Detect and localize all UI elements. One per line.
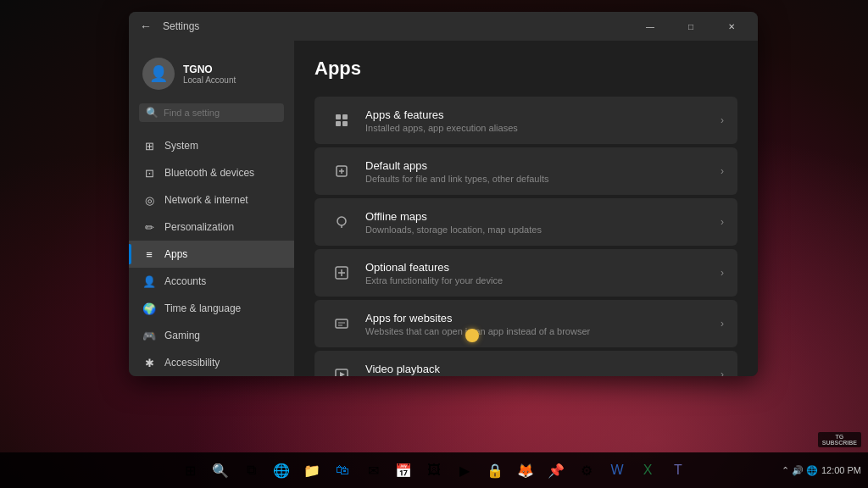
sidebar-item-system[interactable]: ⊞ System (129, 132, 294, 159)
avatar-icon: 👤 (149, 64, 168, 83)
setting-item-video_playback[interactable]: Video playback Video adjustments, HDR st… (314, 351, 737, 376)
taskbar-firefox[interactable]: 🦊 (512, 457, 539, 484)
setting-text-default_apps: Default apps Defaults for file and link … (365, 159, 721, 184)
page-title: Apps (314, 58, 737, 80)
close-icon: ✕ (728, 22, 735, 31)
setting-text-optional_features: Optional features Extra functionality fo… (365, 261, 721, 286)
taskbar-pin1[interactable]: 📌 (542, 457, 570, 484)
main-content: Apps Apps & features Installed apps, app… (294, 41, 758, 376)
taskbar-photos[interactable]: 🖼 (420, 457, 448, 484)
minimize-icon: — (646, 22, 654, 31)
setting-name-offline_maps: Offline maps (365, 210, 721, 223)
settings-list: Apps & features Installed apps, app exec… (314, 97, 737, 376)
gaming-icon: 🎮 (142, 329, 156, 342)
search-input[interactable] (164, 108, 281, 118)
sidebar-item-label: Gaming (164, 330, 200, 341)
sidebar-item-label: Network & internet (164, 194, 248, 206)
setting-name-apps_websites: Apps for websites (365, 312, 721, 324)
taskbar-taskview[interactable]: ⧉ (237, 457, 264, 484)
content-area: 👤 TGNO Local Account 🔍 ⊞ System ⊡ Blueto… (129, 41, 758, 376)
chevron-right-icon: › (721, 369, 724, 376)
sidebar-item-label: Accounts (164, 275, 206, 287)
window-controls: — □ ✕ (631, 12, 751, 41)
sidebar-item-accessibility[interactable]: ✱ Accessibility (129, 349, 294, 376)
sidebar-item-label: Personalization (164, 221, 234, 233)
taskbar-explorer[interactable]: 📁 (298, 457, 326, 484)
setting-item-apps_features[interactable]: Apps & features Installed apps, app exec… (314, 97, 737, 144)
sidebar-item-bluetooth[interactable]: ⊡ Bluetooth & devices (129, 159, 294, 186)
setting-item-offline_maps[interactable]: Offline maps Downloads, storage location… (314, 198, 737, 246)
taskbar-edge[interactable]: 🌐 (268, 457, 295, 484)
setting-desc-default_apps: Defaults for file and link types, other … (365, 174, 721, 184)
network-icon: ◎ (142, 193, 156, 207)
sidebar-item-label: Apps (164, 248, 187, 260)
offline_maps-icon (328, 208, 355, 236)
taskbar-mail[interactable]: ✉ (359, 457, 387, 484)
video_playback-icon (328, 361, 355, 376)
sidebar-item-personalization[interactable]: ✏ Personalization (129, 214, 294, 241)
sidebar-item-accounts[interactable]: 👤 Accounts (129, 268, 294, 295)
setting-item-apps_websites[interactable]: Apps for websites Websites that can open… (314, 300, 737, 347)
back-icon: ← (140, 19, 152, 33)
subscribe-label: SUBSCRIBE (822, 440, 857, 446)
taskbar-media[interactable]: ▶ (451, 457, 478, 484)
apps-icon: ≡ (142, 247, 156, 261)
svg-marker-9 (340, 372, 345, 376)
user-profile[interactable]: 👤 TGNO Local Account (129, 51, 294, 103)
setting-desc-apps_websites: Websites that can open in an app instead… (365, 326, 721, 336)
avatar: 👤 (142, 58, 175, 90)
setting-desc-offline_maps: Downloads, storage location, map updates (365, 225, 721, 235)
window-title: Settings (163, 20, 199, 32)
minimize-button[interactable]: — (631, 12, 670, 41)
setting-text-apps_websites: Apps for websites Websites that can open… (365, 312, 721, 336)
setting-desc-apps_features: Installed apps, app execution aliases (365, 123, 721, 133)
chevron-right-icon: › (721, 318, 724, 330)
taskbar-teams[interactable]: T (665, 457, 692, 484)
apps_websites-icon (328, 310, 355, 337)
sidebar-item-label: Bluetooth & devices (164, 167, 254, 179)
sidebar-item-network[interactable]: ◎ Network & internet (129, 186, 294, 214)
back-button[interactable]: ← (136, 16, 156, 36)
taskbar-search[interactable]: 🔍 (207, 457, 234, 484)
svg-rect-3 (342, 121, 348, 126)
accounts-icon: 👤 (142, 274, 156, 288)
maximize-icon: □ (688, 22, 693, 31)
sidebar-item-time[interactable]: 🌍 Time & language (129, 295, 294, 322)
close-button[interactable]: ✕ (712, 12, 751, 41)
taskbar-pin2[interactable]: ⚙ (573, 457, 600, 484)
taskbar-excel[interactable]: X (634, 457, 661, 484)
tg-label: TG (822, 434, 857, 440)
sidebar-item-gaming[interactable]: 🎮 Gaming (129, 322, 294, 349)
taskbar-word[interactable]: W (604, 457, 631, 484)
user-name: TGNO (183, 64, 281, 75)
svg-rect-2 (336, 121, 341, 126)
sidebar-item-apps[interactable]: ≡ Apps (129, 241, 294, 268)
sidebar-item-label: Time & language (164, 302, 241, 314)
system-icon: ⊞ (142, 139, 156, 152)
svg-point-5 (337, 217, 346, 225)
taskbar-start[interactable]: ⊞ (176, 457, 203, 484)
taskbar-calendar[interactable]: 📅 (390, 457, 417, 484)
setting-name-optional_features: Optional features (365, 261, 721, 274)
setting-item-default_apps[interactable]: Default apps Defaults for file and link … (314, 147, 737, 195)
taskbar-icons: ⊞ 🔍 ⧉ 🌐 📁 🛍 ✉ 📅 🖼 ▶ 🔒 🦊 📌 ⚙ W X T (176, 457, 692, 484)
chevron-right-icon: › (721, 216, 724, 228)
setting-text-apps_features: Apps & features Installed apps, app exec… (365, 108, 721, 133)
maximize-button[interactable]: □ (671, 12, 710, 41)
svg-rect-1 (342, 114, 348, 119)
title-bar-left: ← Settings (136, 16, 199, 36)
clock: 12:00 PM (821, 465, 861, 475)
svg-rect-7 (336, 319, 348, 328)
title-bar: ← Settings — □ ✕ (129, 12, 758, 41)
taskbar-store[interactable]: 🛍 (329, 457, 356, 484)
search-box[interactable]: 🔍 (139, 103, 284, 122)
chevron-right-icon: › (721, 165, 724, 177)
settings-window: ← Settings — □ ✕ 👤 TGN (129, 12, 758, 376)
setting-item-optional_features[interactable]: Optional features Extra functionality fo… (314, 249, 737, 297)
setting-desc-optional_features: Extra functionality for your device (365, 275, 721, 286)
sidebar-item-label: Accessibility (164, 357, 220, 369)
taskbar-vpn[interactable]: 🔒 (481, 457, 509, 484)
setting-name-apps_features: Apps & features (365, 108, 721, 121)
personalization-icon: ✏ (142, 220, 156, 234)
accessibility-icon: ✱ (142, 356, 156, 369)
